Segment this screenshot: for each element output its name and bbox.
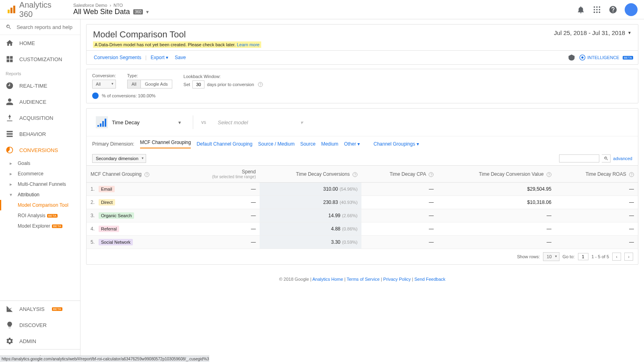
save-link[interactable]: Save — [172, 53, 188, 62]
date-range-picker[interactable]: Jul 25, 2018 - Jul 31, 2018 ▼ — [554, 29, 632, 36]
clock-icon — [6, 82, 14, 90]
search-icon — [604, 156, 609, 161]
next-page-button[interactable]: › — [624, 253, 633, 261]
nav-home[interactable]: HOME — [0, 35, 80, 51]
col-cpa[interactable]: Time Decay CPA ? — [361, 166, 438, 183]
nav-customization[interactable]: CUSTOMIZATION — [0, 51, 80, 67]
intelligence-button[interactable]: INTELLIGENCEBETA — [579, 54, 633, 61]
dim-tab-mcf[interactable]: MCF Channel Grouping — [140, 140, 191, 148]
model-left-selector[interactable]: Time Decay ▾ — [92, 114, 185, 130]
svg-point-4 — [596, 6, 598, 8]
table-row: 5.Social Network—3.30(0.59%)——— — [87, 236, 638, 249]
prev-page-button[interactable]: ‹ — [612, 253, 621, 261]
apps-icon[interactable] — [592, 5, 601, 14]
learn-more-link[interactable]: Learn more — [237, 42, 259, 47]
user-icon — [6, 98, 14, 106]
table-search-input[interactable] — [559, 154, 599, 162]
home-icon — [6, 39, 14, 47]
chevron-down-icon: ▾ — [178, 119, 181, 125]
type-ads-button[interactable]: Google Ads — [140, 80, 172, 88]
svg-point-7 — [596, 9, 598, 10]
warning-banner: A Data-Driven model has not yet been cre… — [93, 41, 261, 48]
avatar[interactable] — [625, 3, 638, 16]
gear-icon — [6, 337, 14, 345]
svg-point-5 — [599, 6, 601, 8]
brand-text: Analytics 360 — [19, 0, 67, 19]
sub-attribution[interactable]: ▾Attribution — [0, 189, 80, 200]
footer-link-home[interactable]: Analytics Home — [312, 277, 343, 282]
type-all-button[interactable]: All — [127, 80, 140, 88]
sub-roi[interactable]: ROI AnalysisBETA — [0, 210, 80, 221]
sub-ecommerce[interactable]: ▸Ecommerce — [0, 169, 80, 179]
chevron-down-icon: ▾ — [146, 9, 149, 15]
footer-link-privacy[interactable]: Privacy Policy — [383, 277, 411, 282]
help-icon[interactable]: ? — [258, 82, 263, 87]
export-link[interactable]: Export ▾ — [148, 53, 171, 62]
intel-icon — [579, 54, 586, 61]
sub-goals[interactable]: ▸Goals — [0, 158, 80, 169]
svg-point-9 — [594, 11, 595, 13]
svg-rect-1 — [10, 8, 12, 13]
svg-point-8 — [599, 9, 601, 10]
col-conversions[interactable]: Time Decay Conversions ?↓ — [260, 166, 361, 183]
breadcrumb[interactable]: Salesforce Demo › NTO All Web Site Data … — [73, 3, 149, 16]
dim-tab-source[interactable]: Source — [300, 141, 316, 147]
reports-label: Reports — [0, 67, 80, 78]
pie-icon — [92, 93, 99, 99]
svg-rect-0 — [8, 10, 10, 13]
badge-360: 360 — [133, 9, 143, 14]
nav-analysis[interactable]: ANALYSISBETA — [0, 301, 80, 317]
ga-logo-icon — [6, 5, 16, 14]
sub-explorer[interactable]: Model ExplorerBETA — [0, 221, 80, 231]
footer-link-terms[interactable]: Terms of Service — [347, 277, 380, 282]
col-channel[interactable]: MCF Channel Grouping ? — [87, 166, 184, 183]
sub-mct[interactable]: Model Comparison Tool — [0, 200, 80, 210]
conversion-dropdown[interactable]: All — [92, 80, 116, 88]
lookback-days-input[interactable] — [192, 80, 204, 88]
sub-mcf[interactable]: ▸Multi-Channel Funnels — [0, 179, 80, 189]
goto-page-input[interactable] — [578, 253, 588, 260]
nav-admin[interactable]: ADMIN — [0, 333, 80, 349]
analysis-icon — [6, 305, 14, 313]
time-decay-icon — [96, 116, 108, 128]
rows-per-page-dropdown[interactable]: 10 — [543, 252, 559, 261]
channel-groupings[interactable]: Channel Groupings ▾ — [374, 141, 419, 147]
table-row: 4.Referral—4.88(0.86%)——— — [87, 222, 638, 236]
svg-point-10 — [596, 11, 598, 13]
col-spend[interactable]: Spend(for selected time range) — [184, 166, 260, 183]
nav-behavior[interactable]: BEHAVIOR — [0, 126, 80, 142]
comparison-table: MCF Channel Grouping ? Spend(for selecte… — [87, 165, 638, 249]
table-search-button[interactable] — [602, 154, 611, 162]
search-input[interactable] — [17, 24, 74, 30]
help-icon[interactable] — [609, 5, 617, 14]
nav-audience[interactable]: AUDIENCE — [0, 94, 80, 110]
dim-tab-other[interactable]: Other ▾ — [344, 141, 360, 147]
dim-tab-default[interactable]: Default Channel Grouping — [196, 141, 252, 147]
svg-point-6 — [594, 9, 595, 10]
chevron-down-icon: ▼ — [627, 31, 632, 35]
bell-icon[interactable] — [576, 5, 585, 14]
insights-icon[interactable] — [568, 54, 575, 61]
col-value[interactable]: Time Decay Conversion Value ? — [438, 166, 555, 183]
nav-acquisition[interactable]: ACQUISITION — [0, 110, 80, 126]
dim-tab-source-medium[interactable]: Source / Medium — [258, 141, 295, 147]
conversion-segments-link[interactable]: Conversion Segments — [91, 53, 144, 62]
svg-point-14 — [582, 56, 584, 58]
col-roas[interactable]: Time Decay ROAS ? — [555, 166, 638, 183]
behavior-icon — [6, 130, 14, 138]
footer-link-feedback[interactable]: Send Feedback — [415, 277, 446, 282]
model-right-selector[interactable]: Select model ▾ — [214, 117, 307, 128]
dim-tab-medium[interactable]: Medium — [321, 141, 339, 147]
status-bar: https://analytics.google.com/analytics/w… — [0, 356, 209, 362]
bulb-icon — [6, 321, 14, 329]
nav-realtime[interactable]: REAL-TIME — [0, 78, 80, 94]
svg-point-11 — [599, 11, 601, 13]
footer: © 2018 Google | Analytics Home | Terms o… — [86, 269, 638, 290]
advanced-link[interactable]: advanced — [613, 156, 632, 161]
grid-icon — [6, 55, 14, 63]
svg-point-3 — [594, 6, 595, 8]
secondary-dimension-dropdown[interactable]: Secondary dimension — [92, 154, 146, 163]
nav-conversions[interactable]: CONVERSIONS — [0, 142, 80, 158]
table-row: 3.Organic Search—14.99(2.66%)——— — [87, 209, 638, 222]
nav-discover[interactable]: DISCOVER — [0, 317, 80, 333]
